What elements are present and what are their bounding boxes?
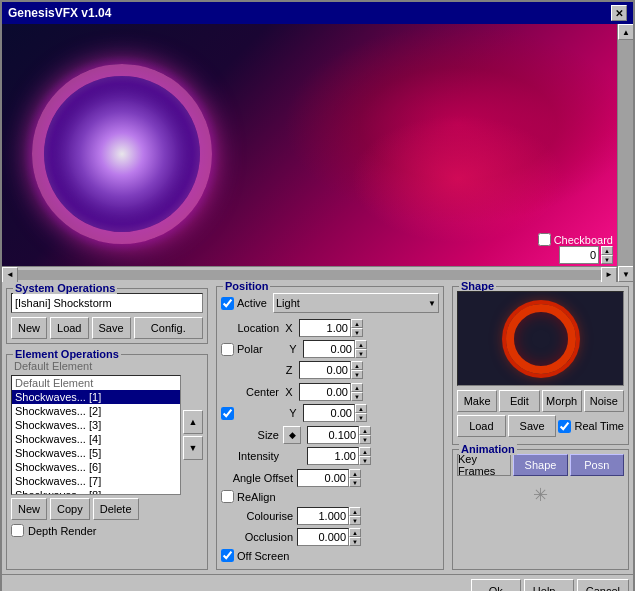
active-row: Active Light ▼ (221, 293, 439, 313)
colourise-up-btn[interactable]: ▲ (349, 507, 361, 516)
intensity-down-btn[interactable]: ▼ (359, 456, 371, 465)
angle-offset-row: Angle Offset ▲ ▼ (221, 469, 439, 487)
list-item[interactable]: Shockwaves... [2] (12, 404, 180, 418)
occlusion-up-btn[interactable]: ▲ (349, 528, 361, 537)
loc-x-input[interactable] (299, 319, 351, 337)
loc-y-input-group: ▲ ▼ (303, 340, 367, 358)
element-list[interactable]: Default ElementShockwaves... [1]Shockwav… (11, 375, 181, 495)
shape-make-button[interactable]: Make (457, 390, 497, 412)
system-config-button[interactable]: Config. (134, 317, 203, 339)
intensity-input[interactable] (307, 447, 359, 465)
shape-panel: Shape Make Edit Morph Noise Load Save Re… (452, 286, 629, 445)
angle-input[interactable] (297, 469, 349, 487)
center-y-input[interactable] (303, 404, 355, 422)
list-item[interactable]: Shockwaves... [1] (12, 390, 180, 404)
shape-save-button[interactable]: Save (508, 415, 557, 437)
realign-checkbox[interactable] (221, 490, 234, 503)
center-y-down-btn[interactable]: ▼ (355, 413, 367, 422)
vscroll-up-btn[interactable]: ▲ (618, 24, 633, 40)
counter-spinners: ▲ ▼ (601, 246, 613, 264)
list-item[interactable]: Shockwaves... [3] (12, 418, 180, 432)
loc-x-spinners: ▲ ▼ (351, 319, 363, 337)
ok-button[interactable]: Ok (471, 579, 521, 591)
anim-posn-button[interactable]: Posn (570, 454, 624, 476)
help-button[interactable]: Help... (524, 579, 574, 591)
realtime-checkbox[interactable] (558, 420, 571, 433)
element-copy-button[interactable]: Copy (50, 498, 90, 520)
counter-box: 0 ▲ ▼ (559, 246, 613, 264)
system-save-button[interactable]: Save (92, 317, 131, 339)
center-x-up-btn[interactable]: ▲ (351, 383, 363, 392)
shape-load-button[interactable]: Load (457, 415, 506, 437)
right-panel: Shape Make Edit Morph Noise Load Save Re… (448, 282, 633, 574)
checkboard-checkbox[interactable] (538, 233, 551, 246)
center-y-up-btn[interactable]: ▲ (355, 404, 367, 413)
list-scroll-down-btn[interactable]: ▼ (183, 436, 203, 460)
colourise-input[interactable] (297, 507, 349, 525)
list-item[interactable]: Shockwaves... [8] (12, 488, 180, 495)
close-button[interactable]: ✕ (611, 5, 627, 21)
realtime-row: Real Time (558, 415, 624, 437)
list-item[interactable]: Shockwaves... [5] (12, 446, 180, 460)
center-x-down-btn[interactable]: ▼ (351, 392, 363, 401)
occlusion-input[interactable] (297, 528, 349, 546)
depth-render-checkbox[interactable] (11, 524, 24, 537)
list-item[interactable]: Default Element (12, 376, 180, 390)
counter-input[interactable]: 0 (559, 246, 599, 264)
anim-btn-row: Key Frames Shape Posn (457, 454, 624, 476)
size-up-btn[interactable]: ▲ (359, 426, 371, 435)
shape-edit-button[interactable]: Edit (499, 390, 539, 412)
size-down-btn[interactable]: ▼ (359, 435, 371, 444)
hscroll-right-btn[interactable]: ► (601, 267, 617, 283)
anim-shape-button[interactable]: Shape (513, 454, 567, 476)
off-screen-checkbox[interactable] (221, 549, 234, 562)
loc-z-down-btn[interactable]: ▼ (351, 370, 363, 379)
loc-x-up-btn[interactable]: ▲ (351, 319, 363, 328)
angle-up-btn[interactable]: ▲ (349, 469, 361, 478)
polar-checkbox[interactable] (221, 343, 234, 356)
loc-x-down-btn[interactable]: ▼ (351, 328, 363, 337)
y-axis-label: Y (287, 343, 299, 355)
list-scroll-up-btn[interactable]: ▲ (183, 410, 203, 434)
size-input[interactable] (307, 426, 359, 444)
counter-down-btn[interactable]: ▼ (601, 255, 613, 264)
system-name-input[interactable]: [Ishani] Shockstorm (11, 293, 203, 313)
active-checkbox[interactable] (221, 297, 234, 310)
dropdown-type[interactable]: Light ▼ (273, 293, 439, 313)
center-checkbox[interactable] (221, 407, 234, 420)
colourise-label: Colourise (221, 510, 293, 522)
list-item[interactable]: Shockwaves... [6] (12, 460, 180, 474)
title-bar: GenesisVFX v1.04 ✕ (2, 2, 633, 24)
center-y-axis-label: Y (287, 407, 299, 419)
element-list-container: Default ElementShockwaves... [1]Shockwav… (11, 375, 203, 495)
system-load-button[interactable]: Load (50, 317, 88, 339)
center-x-input[interactable] (299, 383, 351, 401)
loc-y-down-btn[interactable]: ▼ (355, 349, 367, 358)
dropdown-arrow-icon: ▼ (428, 299, 436, 308)
center-y-input-group: ▲ ▼ (303, 404, 367, 422)
cancel-button[interactable]: Cancel (577, 579, 629, 591)
shape-noise-button[interactable]: Noise (584, 390, 624, 412)
element-delete-button[interactable]: Delete (93, 498, 139, 520)
list-item[interactable]: Shockwaves... [4] (12, 432, 180, 446)
system-new-button[interactable]: New (11, 317, 47, 339)
element-new-button[interactable]: New (11, 498, 47, 520)
element-operations-panel: Element Operations Default Element Defau… (6, 354, 208, 570)
center-x-axis-label: X (283, 386, 295, 398)
loc-y-input[interactable] (303, 340, 355, 358)
list-item[interactable]: Shockwaves... [7] (12, 474, 180, 488)
occlusion-down-btn[interactable]: ▼ (349, 537, 361, 546)
counter-up-btn[interactable]: ▲ (601, 246, 613, 255)
intensity-up-btn[interactable]: ▲ (359, 447, 371, 456)
size-icon-btn[interactable]: ◆ (283, 426, 301, 444)
angle-spinners: ▲ ▼ (349, 469, 361, 487)
shape-morph-button[interactable]: Morph (542, 390, 582, 412)
hscroll-left-btn[interactable]: ◄ (2, 267, 18, 283)
colourise-down-btn[interactable]: ▼ (349, 516, 361, 525)
loc-z-input[interactable] (299, 361, 351, 379)
vscroll-down-btn[interactable]: ▼ (618, 266, 633, 282)
angle-down-btn[interactable]: ▼ (349, 478, 361, 487)
nebula-cloud2 (333, 104, 583, 254)
loc-y-up-btn[interactable]: ▲ (355, 340, 367, 349)
loc-z-up-btn[interactable]: ▲ (351, 361, 363, 370)
